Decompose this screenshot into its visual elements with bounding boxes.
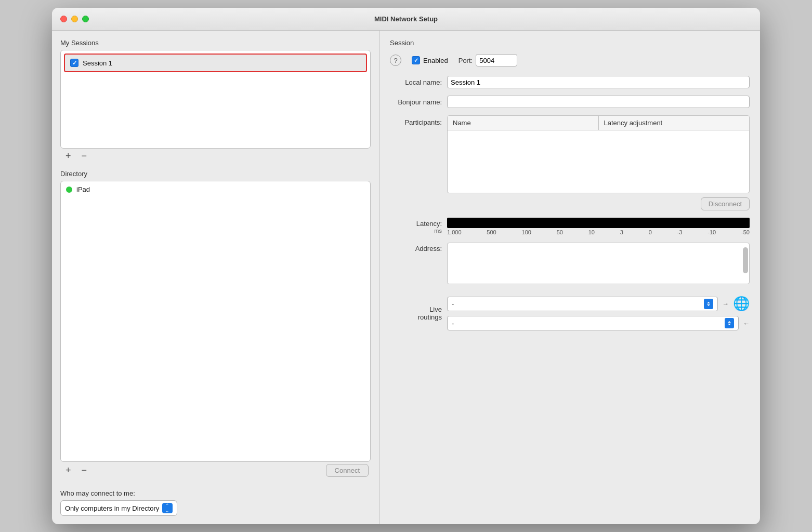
remove-session-button[interactable]: −: [78, 150, 90, 163]
latency-container: 1,000 500 100 50 10 3 0 -3 -10 -50: [447, 218, 750, 235]
sessions-box: Session 1: [60, 50, 371, 149]
routing-out-select[interactable]: -: [447, 297, 718, 311]
globe-icon: 🌐: [733, 296, 750, 312]
content: My Sessions Session 1 + − Directory: [52, 31, 760, 524]
bonjour-name-row: Bonjour name:: [390, 96, 750, 108]
enabled-checkbox[interactable]: [412, 56, 420, 64]
remove-directory-button[interactable]: −: [78, 464, 90, 477]
port-input[interactable]: [476, 54, 517, 66]
right-panel: Session ? Enabled Port: Local name:: [379, 31, 760, 524]
online-indicator: [66, 187, 72, 193]
sessions-toolbar: + −: [60, 149, 371, 164]
latency-scale-0: 0: [649, 229, 652, 235]
latency-section: Latency: ms 1,000 500 100 50 10 3 0 -3 -…: [390, 218, 750, 235]
session-item-label: Session 1: [83, 59, 112, 67]
latency-scale: 1,000 500 100 50 10 3 0 -3 -10 -50: [447, 229, 750, 235]
window-title: MIDI Network Setup: [374, 15, 438, 23]
latency-scale-m3: -3: [677, 229, 683, 235]
routing-in-row: - ←: [447, 316, 750, 330]
routing-in-value: -: [452, 320, 723, 327]
bonjour-name-input[interactable]: [447, 96, 750, 108]
bonjour-name-label: Bonjour name:: [390, 98, 442, 106]
who-connect-value: Only computers in my Directory: [65, 504, 159, 512]
close-button[interactable]: [60, 16, 67, 22]
routings-section: Live routings -: [390, 296, 750, 330]
latency-scale-500: 500: [487, 229, 496, 235]
participants-label: Participants:: [390, 115, 442, 126]
directory-section: Directory iPad + − Connect: [60, 170, 371, 479]
help-button[interactable]: ?: [390, 55, 401, 66]
enabled-row: Enabled: [412, 56, 448, 64]
routing-in-select[interactable]: -: [447, 316, 739, 330]
participants-header: Name Latency adjustment: [448, 116, 749, 130]
latency-scale-100: 100: [522, 229, 531, 235]
my-sessions-section: My Sessions Session 1 + −: [60, 39, 371, 164]
add-session-button[interactable]: +: [62, 150, 74, 163]
local-name-row: Local name:: [390, 76, 750, 88]
session-label: Session: [390, 39, 750, 47]
local-name-label: Local name:: [390, 78, 442, 86]
my-sessions-label: My Sessions: [60, 39, 371, 47]
enabled-label: Enabled: [423, 57, 448, 64]
address-section: Address:: [390, 243, 750, 284]
who-connect-label: Who may connect to me:: [60, 489, 371, 497]
scrollbar-thumb[interactable]: [743, 247, 748, 273]
session-item[interactable]: Session 1: [64, 54, 367, 72]
directory-item: iPad: [61, 181, 370, 197]
directory-toolbar-left: + −: [62, 464, 90, 477]
arrow-right-icon: →: [722, 300, 729, 308]
latency-scale-3: 3: [620, 229, 623, 235]
who-connect-select[interactable]: Only computers in my Directory: [60, 500, 177, 516]
who-connect-stepper[interactable]: [162, 503, 173, 513]
routing-out-row: - → 🌐: [447, 296, 750, 312]
minimize-button[interactable]: [71, 16, 78, 22]
port-row: Port:: [459, 54, 517, 66]
participants-section: Participants: Name Latency adjustment Di…: [390, 115, 750, 210]
directory-box: iPad: [60, 181, 371, 462]
latency-scale-m50: -50: [741, 229, 750, 235]
participants-col1: Name: [448, 116, 599, 130]
participants-body: [448, 130, 749, 193]
participants-table: Name Latency adjustment: [447, 115, 750, 193]
latency-scale-1000: 1,000: [447, 229, 462, 235]
latency-scale-m10: -10: [708, 229, 716, 235]
who-connect-section: Who may connect to me: Only computers in…: [60, 485, 371, 516]
routings-col: - → 🌐 -: [447, 296, 750, 330]
left-panel: My Sessions Session 1 + − Directory: [52, 31, 379, 524]
address-box: [447, 243, 750, 284]
latency-label-col: Latency: ms: [390, 220, 442, 234]
window: MIDI Network Setup My Sessions Session 1…: [52, 8, 760, 524]
directory-label: Directory: [60, 170, 371, 178]
live-routings-label: Live routings: [390, 305, 442, 321]
top-row: ? Enabled Port:: [390, 54, 750, 66]
address-label: Address:: [390, 243, 442, 252]
titlebar: MIDI Network Setup: [52, 8, 760, 31]
session-checkbox[interactable]: [70, 59, 78, 67]
latency-scale-50: 50: [557, 229, 563, 235]
latency-label: Latency:: [390, 220, 442, 228]
latency-ms: ms: [390, 228, 442, 234]
add-directory-button[interactable]: +: [62, 464, 74, 477]
routing-out-stepper[interactable]: [704, 299, 713, 309]
latency-bar[interactable]: [447, 218, 750, 228]
local-name-input[interactable]: [447, 76, 750, 88]
directory-item-label: iPad: [76, 185, 90, 193]
maximize-button[interactable]: [82, 16, 89, 22]
routing-in-stepper[interactable]: [725, 318, 734, 328]
port-label: Port:: [459, 57, 473, 64]
traffic-lights: [60, 16, 89, 22]
participants-col2: Latency adjustment: [599, 116, 750, 130]
routing-out-value: -: [452, 300, 702, 308]
directory-toolbar: + − Connect: [60, 462, 371, 479]
latency-scale-10: 10: [588, 229, 595, 235]
disconnect-button: Disconnect: [701, 197, 750, 210]
connect-button: Connect: [326, 464, 369, 477]
arrow-left-icon: ←: [743, 320, 750, 327]
